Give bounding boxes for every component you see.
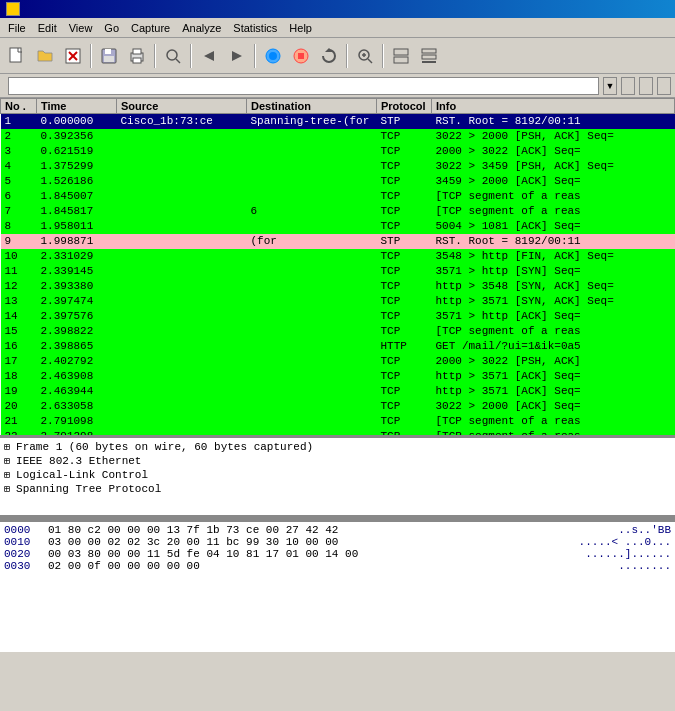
layout-btn[interactable] bbox=[388, 43, 414, 69]
capture-start-btn[interactable] bbox=[260, 43, 286, 69]
table-row[interactable]: 112.339145TCP3571 > http [SYN] Seq= bbox=[1, 264, 675, 279]
filter-dropdown-btn[interactable]: ▼ bbox=[603, 77, 617, 95]
expression-button[interactable] bbox=[621, 77, 635, 95]
packet-table: No . Time Source Destination Protocol In… bbox=[0, 98, 675, 438]
table-row[interactable]: 71.8458176TCP[TCP segment of a reas bbox=[1, 204, 675, 219]
svg-rect-5 bbox=[105, 49, 111, 54]
table-row[interactable]: 182.463908TCPhttp > 3571 [ACK] Seq= bbox=[1, 369, 675, 384]
toolbar-sep-6 bbox=[382, 44, 384, 68]
layout2-btn[interactable] bbox=[416, 43, 442, 69]
hex-bytes: 01 80 c2 00 00 00 13 7f 1b 73 ce 00 27 4… bbox=[48, 524, 614, 536]
capture-stop-btn[interactable] bbox=[288, 43, 314, 69]
filterbar: ▼ bbox=[0, 74, 675, 98]
detail-item[interactable]: Frame 1 (60 bytes on wire, 60 bytes capt… bbox=[4, 440, 671, 454]
svg-rect-9 bbox=[133, 58, 141, 63]
open-btn[interactable] bbox=[32, 43, 58, 69]
svg-rect-0 bbox=[10, 48, 21, 62]
toolbar-sep-2 bbox=[154, 44, 156, 68]
close-btn[interactable] bbox=[60, 43, 86, 69]
find-btn[interactable] bbox=[160, 43, 186, 69]
hex-bytes: 02 00 0f 00 00 00 00 00 bbox=[48, 560, 614, 572]
table-row[interactable]: 122.393380TCPhttp > 3548 [SYN, ACK] Seq= bbox=[1, 279, 675, 294]
hex-bytes: 00 03 80 00 00 11 5d fe 04 10 81 17 01 0… bbox=[48, 548, 581, 560]
capture-restart-btn[interactable] bbox=[316, 43, 342, 69]
hex-ascii: ........ bbox=[618, 560, 671, 572]
table-row[interactable]: 162.398865HTTPGET /mail/?ui=1&ik=0a5 bbox=[1, 339, 675, 354]
svg-point-15 bbox=[269, 52, 277, 60]
forward-btn[interactable] bbox=[224, 43, 250, 69]
svg-point-10 bbox=[167, 50, 177, 60]
table-row[interactable]: 142.397576TCP3571 > http [ACK] Seq= bbox=[1, 309, 675, 324]
table-row[interactable]: 102.331029TCP3548 > http [FIN, ACK] Seq= bbox=[1, 249, 675, 264]
hex-row: 002000 03 80 00 00 11 5d fe 04 10 81 17 … bbox=[4, 548, 671, 560]
menu-item-edit[interactable]: Edit bbox=[32, 20, 63, 36]
table-row[interactable]: 172.402792TCP2000 > 3022 [PSH, ACK] bbox=[1, 354, 675, 369]
hex-offset: 0020 bbox=[4, 548, 44, 560]
app-icon bbox=[6, 2, 20, 16]
packet-table-header: No . Time Source Destination Protocol In… bbox=[1, 99, 675, 114]
col-time: Time bbox=[37, 99, 117, 114]
hex-offset: 0010 bbox=[4, 536, 44, 548]
col-source: Source bbox=[117, 99, 247, 114]
table-row[interactable]: 222.791298TCP[TCP segment of a reas bbox=[1, 429, 675, 439]
back-btn[interactable] bbox=[196, 43, 222, 69]
detail-item[interactable]: Logical-Link Control bbox=[4, 468, 671, 482]
table-row[interactable]: 41.375299TCP3022 > 3459 [PSH, ACK] Seq= bbox=[1, 159, 675, 174]
table-row[interactable]: 10.000000Cisco_1b:73:ceSpanning-tree-(fo… bbox=[1, 114, 675, 129]
table-row[interactable]: 192.463944TCPhttp > 3571 [ACK] Seq= bbox=[1, 384, 675, 399]
menu-item-capture[interactable]: Capture bbox=[125, 20, 176, 36]
table-row[interactable]: 81.958011TCP5004 > 1081 [ACK] Seq= bbox=[1, 219, 675, 234]
table-row[interactable]: 51.526186TCP3459 > 2000 [ACK] Seq= bbox=[1, 174, 675, 189]
save-btn[interactable] bbox=[96, 43, 122, 69]
svg-line-20 bbox=[368, 59, 372, 63]
hex-row: 000001 80 c2 00 00 00 13 7f 1b 73 ce 00 … bbox=[4, 524, 671, 536]
svg-rect-24 bbox=[394, 57, 408, 63]
table-row[interactable]: 202.633058TCP3022 > 2000 [ACK] Seq= bbox=[1, 399, 675, 414]
menu-item-file[interactable]: File bbox=[2, 20, 32, 36]
table-row[interactable]: 61.845007TCP[TCP segment of a reas bbox=[1, 189, 675, 204]
hex-row: 003002 00 0f 00 00 00 00 00........ bbox=[4, 560, 671, 572]
menu-item-go[interactable]: Go bbox=[98, 20, 125, 36]
print-btn[interactable] bbox=[124, 43, 150, 69]
menu-item-help[interactable]: Help bbox=[283, 20, 318, 36]
new-btn[interactable] bbox=[4, 43, 30, 69]
menu-item-view[interactable]: View bbox=[63, 20, 99, 36]
detail-item[interactable]: IEEE 802.3 Ethernet bbox=[4, 454, 671, 468]
toolbar-sep-4 bbox=[254, 44, 256, 68]
hex-bytes: 03 00 00 02 02 3c 20 00 11 bc 99 30 10 0… bbox=[48, 536, 575, 548]
packet-list: No . Time Source Destination Protocol In… bbox=[0, 98, 675, 438]
zoom-in-btn[interactable] bbox=[352, 43, 378, 69]
svg-rect-25 bbox=[422, 49, 436, 53]
hex-ascii: .....< ...0... bbox=[579, 536, 671, 548]
toolbar-sep-1 bbox=[90, 44, 92, 68]
table-row[interactable]: 132.397474TCPhttp > 3571 [SYN, ACK] Seq= bbox=[1, 294, 675, 309]
menubar: FileEditViewGoCaptureAnalyzeStatisticsHe… bbox=[0, 18, 675, 38]
svg-rect-17 bbox=[298, 53, 304, 59]
svg-rect-26 bbox=[422, 55, 436, 59]
toolbar-sep-3 bbox=[190, 44, 192, 68]
apply-button[interactable] bbox=[657, 77, 671, 95]
table-row[interactable]: 152.398822TCP[TCP segment of a reas bbox=[1, 324, 675, 339]
table-row[interactable]: 30.621519TCP2000 > 3022 [ACK] Seq= bbox=[1, 144, 675, 159]
menu-item-statistics[interactable]: Statistics bbox=[227, 20, 283, 36]
hex-row: 001003 00 00 02 02 3c 20 00 11 bc 99 30 … bbox=[4, 536, 671, 548]
svg-rect-27 bbox=[422, 61, 436, 63]
hex-ascii: ......]...... bbox=[585, 548, 671, 560]
detail-pane: Frame 1 (60 bytes on wire, 60 bytes capt… bbox=[0, 438, 675, 518]
clear-button[interactable] bbox=[639, 77, 653, 95]
menu-item-analyze[interactable]: Analyze bbox=[176, 20, 227, 36]
hex-ascii: ..s..'BB bbox=[618, 524, 671, 536]
hex-offset: 0000 bbox=[4, 524, 44, 536]
hex-offset: 0030 bbox=[4, 560, 44, 572]
table-row[interactable]: 20.392356TCP3022 > 2000 [PSH, ACK] Seq= bbox=[1, 129, 675, 144]
table-row[interactable]: 212.791098TCP[TCP segment of a reas bbox=[1, 414, 675, 429]
titlebar bbox=[0, 0, 675, 18]
svg-rect-6 bbox=[104, 56, 114, 62]
svg-line-11 bbox=[176, 59, 180, 63]
table-row[interactable]: 91.998871(forSTPRST. Root = 8192/00:11 bbox=[1, 234, 675, 249]
col-dest: Destination bbox=[247, 99, 377, 114]
filter-input[interactable] bbox=[8, 77, 599, 95]
svg-rect-23 bbox=[394, 49, 408, 55]
detail-item[interactable]: Spanning Tree Protocol bbox=[4, 482, 671, 496]
toolbar bbox=[0, 38, 675, 74]
